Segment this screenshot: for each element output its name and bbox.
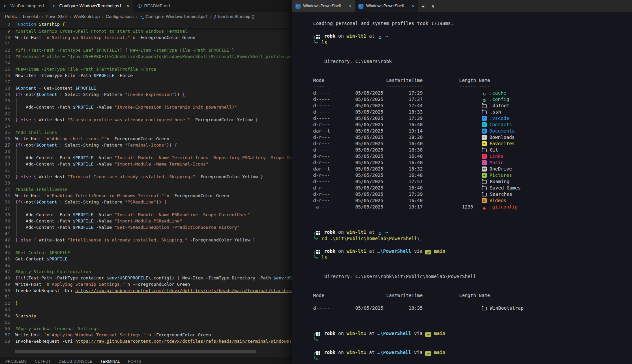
chevron-right-icon: › — [210, 14, 212, 19]
text: at — [366, 229, 377, 235]
file-meta: d----- 05/05/2025 17:29 — [313, 90, 482, 96]
code-token: "Starship profile was already configured… — [68, 117, 190, 122]
text: at — [366, 350, 377, 355]
file-meta: d----- 05/05/2025 17:27 — [313, 97, 482, 102]
close-icon[interactable]: × — [412, 4, 414, 9]
videos-icon — [482, 198, 487, 203]
breadcrumb-item[interactable]: Public — [5, 14, 17, 19]
editor-tab[interactable]: >_Configure-WindowsTerminal.ps1× — [49, 0, 134, 12]
file-row: dar--l 05/05/2025 18:32 OneDrive — [313, 166, 632, 172]
file-meta: d----- 05/05/2025 17:44 — [313, 103, 482, 108]
breadcrumb-item[interactable]: WinBootstrap — [74, 14, 100, 19]
line-content: #New-Item -ItemType File -Path $Terminal… — [10, 66, 156, 72]
code-token: $Content — [36, 199, 57, 204]
file-row: d-r--- 05/05/2025 16:40 Saved Games — [313, 185, 632, 191]
blank-line — [313, 261, 632, 267]
line-content: Starship — [10, 313, 36, 319]
blank-line — [313, 46, 632, 52]
code-token: Starship — [15, 313, 36, 318]
code-token: "Applying Starship Settings." — [49, 282, 125, 287]
code-token: -ForegroundColor Green — [109, 136, 169, 141]
blank-line — [313, 65, 632, 71]
panel-tab-debug-console[interactable]: DEBUG CONSOLE — [59, 359, 92, 363]
breadcrumb-item-symbol[interactable]: function Starship () — [218, 14, 254, 19]
code-token: $PROFILE — [73, 218, 94, 223]
line-number: 56 — [0, 325, 10, 332]
editor-tab[interactable]: >_WinBootstrap.ps1 — [0, 0, 49, 12]
line-content: Add-Content -Path $PROFILE -Value "Set-P… — [10, 224, 240, 230]
command-line: ╰▸ ls — [313, 254, 632, 261]
code-token: If — [15, 275, 21, 280]
code-token: -ForegroundColor Green — [135, 35, 195, 40]
new-tab-button[interactable]: + — [418, 0, 428, 12]
line-content: If(-not($Content | Select-String -Patter… — [10, 91, 185, 98]
code-token: Write-Host — [36, 117, 68, 122]
code-token: `n — [125, 282, 130, 287]
text: on — [335, 331, 347, 336]
line-number: 50 — [0, 287, 10, 294]
code-token: If — [15, 143, 21, 148]
prompt-user: robk — [324, 350, 335, 355]
command-text — [319, 337, 321, 342]
panel-tab-output[interactable]: OUTPUT — [35, 359, 51, 363]
breadcrumb-item[interactable]: PowerShell — [46, 14, 68, 19]
horizontal-scrollbar[interactable] — [15, 350, 256, 353]
terminal-tab[interactable]: >_Windows PowerShell× — [355, 0, 418, 12]
terminal-tab[interactable]: >_Windows PowerShell× — [292, 0, 355, 12]
code-token: { — [31, 174, 36, 179]
code-token: { — [31, 237, 36, 242]
panel-tab-terminal[interactable]: TERMINAL — [100, 359, 120, 364]
line-number: 53 — [0, 306, 10, 313]
text: via — [411, 248, 425, 254]
breadcrumb-item[interactable]: Configurations — [106, 14, 134, 19]
code-token: "Intellisense is already installed. Skip… — [68, 237, 188, 242]
line-number: 29 — [0, 155, 10, 161]
folder-icon — [482, 149, 487, 152]
file-row: d----- 05/05/2025 17:29 .cache — [313, 90, 632, 96]
editor-tab[interactable]: ⓘREADME.md — [133, 0, 174, 12]
prompt-line: ╭ robk on win-lt1 at …\PowerShell via gi… — [313, 349, 632, 356]
panel-tab-ports[interactable]: PORTS — [128, 359, 141, 363]
file-entry: Contacts — [482, 122, 512, 127]
git-branch-icon: git — [425, 351, 431, 356]
url-link[interactable]: https://raw.githubusercontent.com/rtdevx… — [75, 339, 323, 344]
directory-path: Directory: C:\Users\robk\Git\Public\home… — [313, 274, 476, 279]
file-meta: d-r--- 05/05/2025 17:39 — [313, 191, 482, 197]
git-branch-name: main — [431, 350, 445, 355]
code-token: New-Item -ItemType Directory -Path — [180, 275, 274, 280]
line-number: 40 — [0, 224, 10, 230]
line-number: 20 — [0, 98, 10, 104]
code-token: )) — [167, 143, 174, 148]
text: on — [335, 248, 347, 254]
line-number: 48 — [0, 275, 10, 281]
line-content: #Install Starhip Cross-Shell Prompt to s… — [10, 28, 188, 34]
url-link[interactable]: https://raw.githubusercontent.com/rtdevx… — [75, 288, 305, 293]
close-icon[interactable]: × — [349, 4, 351, 9]
prompt-line: ╭ robk on win-lt1 at …\PowerShell via gi… — [313, 248, 632, 254]
text: on — [335, 229, 347, 235]
close-icon[interactable]: × — [127, 3, 129, 8]
git-branch-icon: git — [425, 332, 431, 337]
code-token: #Get-Content $PROFILE — [15, 250, 70, 255]
tab-dropdown-button[interactable]: ∨ — [428, 0, 438, 12]
line-content: #Get-Content $PROFILE — [10, 249, 70, 256]
code-token: -ForegroundColor Green — [130, 282, 190, 287]
line-content: $Content = Get-Content $PROFILE — [10, 85, 96, 91]
code-token: (-not( — [21, 199, 36, 204]
code-token: If — [15, 92, 21, 97]
file-entry: .ssh — [482, 109, 501, 115]
line-number: 34 — [0, 186, 10, 192]
file-meta: d----- 05/05/2025 18:33 — [313, 109, 482, 115]
text — [321, 33, 324, 39]
folder-icon — [482, 193, 487, 196]
breadcrumb-item[interactable]: homelab — [23, 14, 40, 19]
file-name: Documents — [487, 128, 515, 134]
panel-tab-problems[interactable]: PROBLEMS — [5, 359, 27, 363]
code-token: #Apply Starship Configuration — [15, 269, 91, 274]
terminal-tab-bar: >_Windows PowerShell×>_Windows PowerShel… — [292, 0, 632, 12]
file-name: Git — [487, 147, 498, 153]
file-name: .gitconfig — [487, 204, 518, 209]
breadcrumb-item-file[interactable]: Configure-WindowsTerminal.ps1 — [146, 14, 208, 19]
line-number: 23 — [0, 117, 10, 123]
terminal-screen[interactable]: Loading personal and system profiles too… — [292, 12, 632, 364]
